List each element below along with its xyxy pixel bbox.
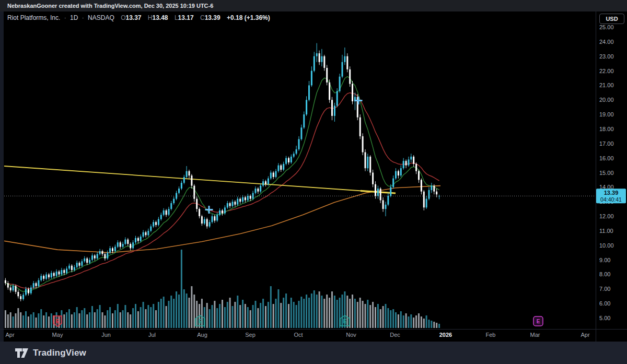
- svg-text:6.00: 6.00: [599, 300, 610, 307]
- svg-text:Mar: Mar: [530, 332, 540, 338]
- svg-text:04:40:41: 04:40:41: [600, 196, 622, 203]
- fast-ema-line: [5, 77, 439, 292]
- legend-separator: ·: [64, 14, 66, 21]
- trendline-drawing[interactable]: [4, 166, 396, 193]
- svg-text:Apr: Apr: [5, 332, 14, 338]
- svg-text:E: E: [537, 319, 540, 324]
- cross-marker[interactable]: [205, 206, 213, 214]
- svg-text:Aug: Aug: [197, 332, 207, 338]
- svg-text:9.00: 9.00: [599, 257, 610, 263]
- svg-text:12.00: 12.00: [599, 213, 614, 219]
- svg-text:21.00: 21.00: [599, 82, 614, 88]
- earnings-icon-future-mar[interactable]: E: [533, 316, 543, 326]
- close-value: 13.39: [205, 14, 220, 21]
- svg-text:16.00: 16.00: [599, 155, 614, 161]
- svg-text:Feb: Feb: [486, 332, 496, 338]
- svg-text:7.00: 7.00: [599, 286, 610, 292]
- svg-text:E: E: [56, 319, 60, 324]
- high-value: 13.48: [153, 14, 168, 21]
- svg-text:13.39: 13.39: [604, 190, 619, 196]
- exchange-label: NASDAQ: [88, 14, 114, 21]
- svg-text:2026: 2026: [439, 332, 452, 338]
- attribution-text: NebraskanGooner created with TradingView…: [7, 3, 213, 9]
- svg-text:18.00: 18.00: [599, 126, 614, 132]
- footer-bar: TradingView: [0, 342, 627, 364]
- svg-text:10.00: 10.00: [599, 242, 614, 249]
- svg-text:8.00: 8.00: [599, 271, 610, 277]
- low-value: 13.17: [178, 14, 194, 21]
- svg-text:Dec: Dec: [390, 332, 400, 338]
- svg-text:Sep: Sep: [245, 332, 256, 338]
- svg-text:May: May: [52, 332, 63, 338]
- svg-text:Nov: Nov: [346, 332, 356, 338]
- candlestick-series: [5, 43, 440, 301]
- svg-text:19.00: 19.00: [599, 111, 614, 118]
- svg-text:17.00: 17.00: [599, 140, 614, 147]
- svg-text:20.00: 20.00: [599, 97, 614, 103]
- open-value: 13.37: [125, 14, 141, 21]
- svg-text:22.00: 22.00: [599, 68, 614, 74]
- svg-text:Jun: Jun: [101, 332, 111, 338]
- volume-series: [5, 250, 440, 328]
- price-chart-canvas[interactable]: EEEE25.0024.0023.0022.0021.0020.0019.001…: [0, 11, 627, 342]
- tradingview-logo-icon[interactable]: [15, 348, 29, 358]
- tradingview-chart-window: NebraskanGooner created with TradingView…: [0, 0, 627, 364]
- high-label: H: [148, 14, 153, 21]
- svg-text:Apr: Apr: [580, 332, 589, 338]
- svg-text:11.00: 11.00: [599, 228, 613, 234]
- svg-text:5.00: 5.00: [599, 315, 610, 321]
- currency-toggle-button[interactable]: USD: [599, 14, 624, 24]
- symbol-legend[interactable]: Riot Platforms, Inc. · 1D · NASDAQ O13.3…: [7, 14, 270, 21]
- close-label: C: [200, 14, 205, 21]
- symbol-title[interactable]: Riot Platforms, Inc.: [7, 14, 60, 21]
- svg-text:Oct: Oct: [294, 332, 303, 338]
- tradingview-brand-text[interactable]: TradingView: [33, 348, 86, 358]
- time-axis[interactable]: AprMayJunJulAugSepOctNovDec2026FebMarApr: [5, 332, 589, 338]
- svg-text:25.00: 25.00: [599, 24, 614, 30]
- legend-separator: ·: [82, 14, 84, 21]
- last-price-badge: 13.3904:40:41: [596, 189, 626, 203]
- svg-text:Jul: Jul: [148, 332, 156, 338]
- chart-interval[interactable]: 1D: [70, 14, 78, 21]
- slow-ema-line: [5, 93, 439, 289]
- price-axis[interactable]: 25.0024.0023.0022.0021.0020.0019.0018.00…: [599, 24, 614, 321]
- svg-text:E: E: [343, 319, 347, 324]
- svg-text:15.00: 15.00: [599, 170, 614, 176]
- change-value: +0.18 (+1.36%): [227, 14, 270, 21]
- svg-text:24.00: 24.00: [599, 39, 614, 45]
- low-label: L: [175, 14, 178, 21]
- attribution-bar: NebraskanGooner created with TradingView…: [0, 0, 627, 11]
- svg-text:23.00: 23.00: [599, 53, 614, 60]
- svg-text:E: E: [199, 319, 202, 324]
